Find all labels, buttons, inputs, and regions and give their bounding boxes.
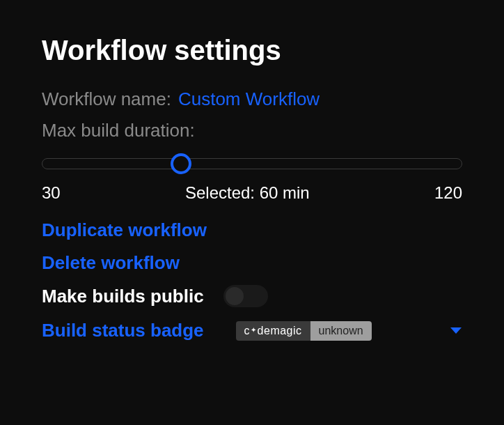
- delete-workflow-link[interactable]: Delete workflow: [42, 252, 462, 274]
- page-title: Workflow settings: [42, 35, 462, 66]
- make-public-toggle[interactable]: [223, 285, 268, 307]
- diamond-icon: ✦: [251, 321, 257, 340]
- workflow-name-label: Workflow name:: [42, 88, 171, 110]
- duration-slider[interactable]: [42, 158, 462, 169]
- max-duration-label: Max build duration:: [42, 120, 195, 141]
- build-status-badge-label[interactable]: Build status badge: [42, 320, 204, 341]
- status-badge: c✦demagic unknown: [236, 321, 372, 341]
- slider-track[interactable]: [42, 158, 462, 169]
- badge-brand: c✦demagic: [236, 321, 310, 341]
- slider-max: 120: [434, 183, 462, 203]
- slider-min: 30: [42, 183, 61, 203]
- workflow-name-row: Workflow name: Custom Workflow: [42, 88, 462, 110]
- duplicate-workflow-link[interactable]: Duplicate workflow: [42, 219, 462, 241]
- toggle-knob: [226, 287, 244, 305]
- expand-badge-icon[interactable]: [450, 327, 462, 335]
- slider-selected: Selected: 60 min: [61, 183, 434, 203]
- slider-labels: 30 Selected: 60 min 120: [42, 183, 462, 203]
- workflow-name-value[interactable]: Custom Workflow: [178, 88, 320, 110]
- build-status-badge-row: Build status badge c✦demagic unknown: [42, 320, 462, 341]
- slider-thumb[interactable]: [171, 153, 191, 174]
- make-public-label: Make builds public: [42, 286, 204, 307]
- max-duration-row: Max build duration:: [42, 120, 462, 141]
- make-public-row: Make builds public: [42, 285, 462, 307]
- badge-status: unknown: [310, 321, 372, 341]
